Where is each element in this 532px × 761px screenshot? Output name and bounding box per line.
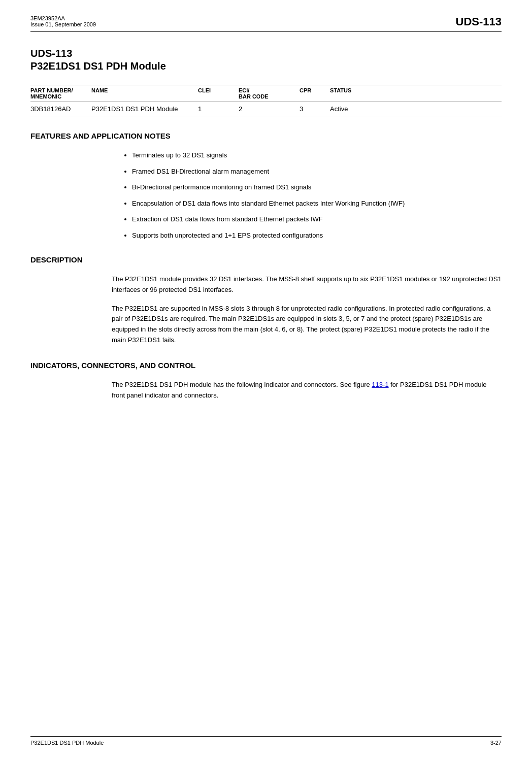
col-header-status: STATUS [330,85,502,102]
part-table: PART NUMBER/ MNEMONIC NAME CLEI ECI/ BAR… [30,85,502,116]
title-block: UDS-113 P32E1DS1 DS1 PDH Module [30,47,502,73]
cell-clei: 1 [198,102,239,116]
cell-cpr: 3 [300,102,330,116]
description-heading: DESCRIPTION [30,255,502,264]
table-row: 3DB18126AD P32E1DS1 DS1 PDH Module 1 2 3… [30,102,502,116]
list-item: Terminates up to 32 DS1 signals [132,150,502,160]
cell-name: P32E1DS1 DS1 PDH Module [91,102,198,116]
features-list: Terminates up to 32 DS1 signals Framed D… [30,150,502,240]
footer-left: P32E1DS1 DS1 PDH Module [30,740,104,746]
list-item: Framed DS1 Bi-Directional alarm manageme… [132,167,502,177]
header-issue: Issue 01, September 2009 [30,21,96,27]
cell-eci: 2 [239,102,300,116]
features-section: FEATURES AND APPLICATION NOTES Terminate… [30,131,502,240]
col-header-clei: CLEI [198,85,239,102]
cell-status: Active [330,102,502,116]
description-para-1: The P32E1DS1 module provides 32 DS1 inte… [112,274,502,295]
indicators-section: INDICATORS, CONNECTORS, AND CONTROL The … [30,361,502,401]
list-item: Supports both unprotected and 1+1 EPS pr… [132,230,502,241]
description-para-2: The P32E1DS1 are supported in MSS-8 slot… [112,304,502,346]
footer-right: 3-27 [490,740,502,746]
sub-title: P32E1DS1 DS1 PDH Module [30,59,502,73]
page-footer: P32E1DS1 DS1 PDH Module 3-27 [30,736,502,746]
page: 3EM23952AA Issue 01, September 2009 UDS-… [0,0,532,761]
header-title: UDS-113 [456,15,502,28]
indicators-heading: INDICATORS, CONNECTORS, AND CONTROL [30,361,502,370]
col-header-name: NAME [91,85,198,102]
col-header-part: PART NUMBER/ MNEMONIC [30,85,91,102]
indicators-text-before: The P32E1DS1 DS1 PDH module has the foll… [112,381,372,388]
col-header-eci: ECI/ BAR CODE [239,85,300,102]
main-title: UDS-113 [30,47,502,59]
page-header: 3EM23952AA Issue 01, September 2009 UDS-… [30,15,502,32]
header-left: 3EM23952AA Issue 01, September 2009 [30,15,96,27]
features-heading: FEATURES AND APPLICATION NOTES [30,131,502,140]
cell-part-number: 3DB18126AD [30,102,91,116]
list-item: Encapsulation of DS1 data flows into sta… [132,198,502,209]
figure-link[interactable]: 113-1 [372,381,388,388]
list-item: Extraction of DS1 data flows from standa… [132,214,502,224]
col-header-cpr: CPR [300,85,330,102]
description-section: DESCRIPTION The P32E1DS1 module provides… [30,255,502,346]
indicators-para: The P32E1DS1 DS1 PDH module has the foll… [112,380,502,401]
list-item: Bi-Directional performance monitoring on… [132,182,502,192]
header-doc-number: 3EM23952AA [30,15,96,21]
